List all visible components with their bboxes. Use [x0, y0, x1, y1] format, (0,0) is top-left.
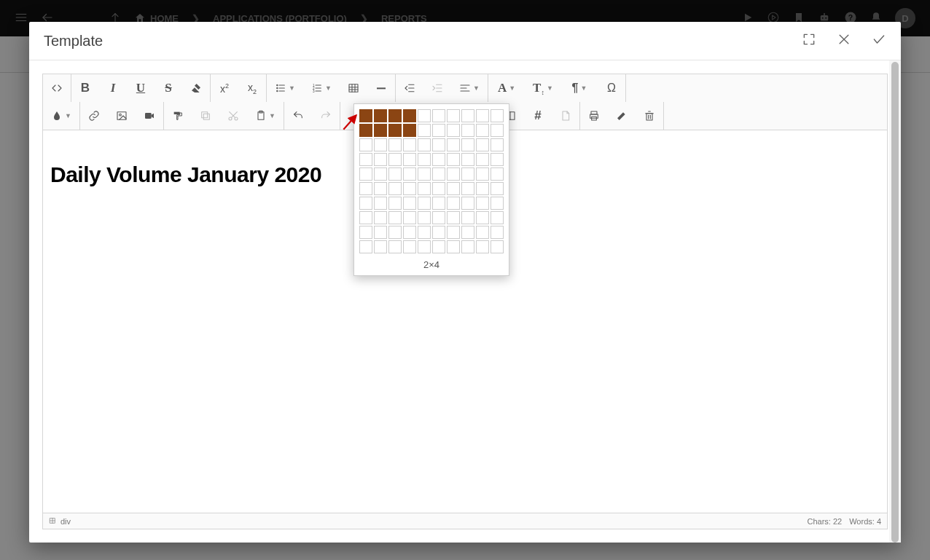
table-size-cell[interactable] — [491, 182, 504, 195]
table-size-cell[interactable] — [447, 240, 460, 253]
font-family-button[interactable]: A▼ — [488, 74, 525, 102]
table-size-cell[interactable] — [461, 109, 474, 122]
modal-scrollbar[interactable] — [889, 60, 901, 543]
insert-video-button[interactable] — [136, 102, 163, 130]
delete-button[interactable] — [636, 102, 663, 130]
table-size-cell[interactable] — [388, 211, 402, 224]
table-size-cell[interactable] — [359, 182, 372, 195]
table-size-cell[interactable] — [432, 240, 445, 253]
paste-button[interactable]: ▼ — [247, 102, 284, 130]
format-painter-button[interactable] — [164, 102, 192, 130]
table-size-cell[interactable] — [461, 182, 474, 195]
table-size-cell[interactable] — [374, 240, 387, 253]
table-size-cell[interactable] — [432, 211, 445, 224]
table-size-cell[interactable] — [374, 153, 387, 166]
table-size-cell[interactable] — [403, 138, 416, 151]
table-size-cell[interactable] — [447, 153, 460, 166]
table-size-cell[interactable] — [461, 197, 474, 210]
table-size-cell[interactable] — [403, 211, 416, 224]
table-size-cell[interactable] — [491, 109, 504, 122]
table-size-cell[interactable] — [461, 153, 474, 166]
text-color-button[interactable]: ▼ — [43, 102, 79, 130]
table-size-cell[interactable] — [476, 226, 489, 239]
underline-button[interactable]: U — [127, 74, 155, 102]
table-size-cell[interactable] — [418, 138, 431, 151]
indent-button[interactable] — [423, 74, 451, 102]
superscript-button[interactable]: x2 — [211, 74, 238, 102]
table-size-cell[interactable] — [432, 153, 445, 166]
table-size-cell[interactable] — [461, 124, 474, 137]
table-size-cell[interactable] — [388, 153, 402, 166]
table-size-cell[interactable] — [388, 226, 402, 239]
table-size-cell[interactable] — [418, 211, 431, 224]
table-size-cell[interactable] — [432, 167, 445, 181]
table-size-cell[interactable] — [476, 138, 489, 151]
table-size-cell[interactable] — [418, 197, 431, 210]
confirm-check-icon[interactable] — [872, 32, 886, 50]
table-size-cell[interactable] — [432, 124, 445, 137]
table-size-cell[interactable] — [491, 153, 504, 166]
table-size-cell[interactable] — [447, 211, 460, 224]
align-button[interactable]: ▼ — [451, 74, 488, 102]
table-size-cell[interactable] — [418, 153, 431, 166]
table-size-cell[interactable] — [418, 167, 431, 181]
table-size-cell[interactable] — [461, 211, 474, 224]
table-size-cell[interactable] — [418, 240, 431, 253]
table-size-cell[interactable] — [491, 167, 504, 181]
table-size-cell[interactable] — [418, 109, 431, 122]
table-size-cell[interactable] — [447, 182, 460, 195]
insert-hash-button[interactable]: # — [524, 102, 552, 130]
table-size-cell[interactable] — [374, 124, 387, 137]
table-size-cell[interactable] — [418, 226, 431, 239]
table-size-grid[interactable] — [359, 109, 504, 253]
copy-button[interactable] — [192, 102, 219, 130]
table-size-cell[interactable] — [476, 167, 489, 181]
cut-button[interactable] — [219, 102, 247, 130]
undo-button[interactable] — [284, 102, 312, 130]
table-size-picker[interactable]: 2×4 — [353, 103, 509, 276]
table-size-cell[interactable] — [403, 182, 416, 195]
table-size-cell[interactable] — [418, 124, 431, 137]
font-size-button[interactable]: T↕▼ — [525, 74, 561, 102]
strikethrough-button[interactable]: S — [155, 74, 182, 102]
table-size-cell[interactable] — [388, 197, 402, 210]
insert-image-button[interactable] — [108, 102, 136, 130]
table-size-cell[interactable] — [447, 197, 460, 210]
table-size-cell[interactable] — [491, 240, 504, 253]
italic-button[interactable]: I — [99, 74, 127, 102]
table-size-cell[interactable] — [374, 211, 387, 224]
table-size-cell[interactable] — [432, 138, 445, 151]
table-size-cell[interactable] — [359, 167, 372, 181]
table-size-cell[interactable] — [476, 124, 489, 137]
table-size-cell[interactable] — [432, 182, 445, 195]
table-size-cell[interactable] — [403, 124, 416, 137]
table-size-cell[interactable] — [374, 167, 387, 181]
table-size-cell[interactable] — [359, 109, 372, 122]
table-size-cell[interactable] — [432, 226, 445, 239]
table-size-cell[interactable] — [403, 226, 416, 239]
table-size-cell[interactable] — [447, 167, 460, 181]
outdent-button[interactable] — [396, 74, 423, 102]
table-size-cell[interactable] — [359, 124, 372, 137]
table-size-cell[interactable] — [461, 240, 474, 253]
table-size-cell[interactable] — [476, 182, 489, 195]
insert-file-button[interactable] — [552, 102, 579, 130]
table-size-cell[interactable] — [447, 138, 460, 151]
element-path[interactable]: div — [60, 517, 71, 526]
table-size-cell[interactable] — [374, 109, 387, 122]
table-size-cell[interactable] — [491, 124, 504, 137]
table-size-cell[interactable] — [476, 197, 489, 210]
close-icon[interactable] — [837, 32, 851, 50]
insert-table-button[interactable] — [340, 74, 367, 102]
table-size-cell[interactable] — [432, 109, 445, 122]
table-size-cell[interactable] — [388, 182, 402, 195]
element-path-icon[interactable] — [49, 517, 56, 526]
paragraph-format-button[interactable]: ¶▼ — [561, 74, 598, 102]
table-size-cell[interactable] — [491, 211, 504, 224]
unordered-list-button[interactable]: ▼ — [267, 74, 303, 102]
special-char-button[interactable]: Ω — [598, 74, 625, 102]
table-size-cell[interactable] — [491, 138, 504, 151]
redo-button[interactable] — [312, 102, 340, 130]
table-size-cell[interactable] — [476, 240, 489, 253]
table-size-cell[interactable] — [388, 167, 402, 181]
